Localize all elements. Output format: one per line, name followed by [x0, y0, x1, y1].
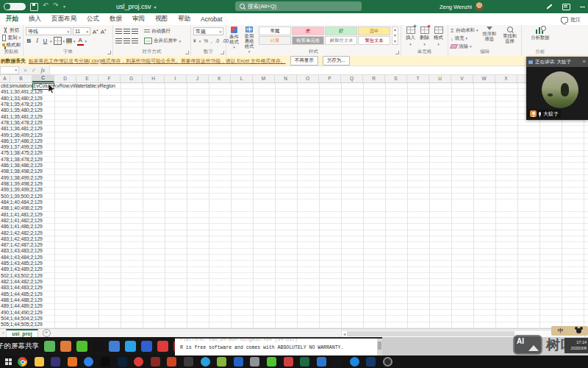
- underline-caret-icon[interactable]: ▾: [50, 39, 52, 43]
- sheet-grid[interactable]: ctid;simulationid;vColumn;vRow;vWatertab…: [0, 83, 588, 328]
- cut-button[interactable]: 剪切: [2, 26, 21, 34]
- column-header-M[interactable]: M: [253, 75, 275, 82]
- column-header-X[interactable]: X: [495, 75, 517, 82]
- taskbar-app-icon-17[interactable]: [284, 357, 293, 367]
- underline-button[interactable]: U: [42, 38, 49, 44]
- ribbon-tab-8[interactable]: 帮助: [178, 15, 190, 24]
- ribbon-tab-6[interactable]: 审阅: [132, 15, 145, 24]
- share-app-icon-7[interactable]: [141, 341, 152, 352]
- align-top-icon[interactable]: [115, 29, 122, 34]
- conditional-formatting-button[interactable]: 条件格式▾: [229, 26, 240, 50]
- fill-button[interactable]: ↓填充▾: [451, 35, 478, 42]
- cell-style-1[interactable]: 常规: [259, 26, 291, 35]
- ribbon-tab-3[interactable]: 页面布局: [51, 15, 76, 24]
- format-cells-button[interactable]: 格式▾: [431, 26, 445, 46]
- column-header-N[interactable]: N: [275, 75, 297, 82]
- cell-style-3[interactable]: 好: [325, 26, 357, 35]
- ribbon-tab-2[interactable]: 插入: [29, 15, 41, 24]
- grow-font-icon[interactable]: A▴: [92, 28, 98, 35]
- taskbar-app-icon-19[interactable]: [317, 357, 326, 367]
- taskbar-app-icon-1[interactable]: [18, 357, 27, 367]
- inking-icon[interactable]: [546, 4, 552, 9]
- cell-style-8[interactable]: 警告文本: [358, 36, 390, 45]
- percent-icon[interactable]: %: [204, 38, 208, 43]
- styles-dialog-launcher-icon[interactable]: [395, 51, 399, 54]
- font-color-icon[interactable]: A: [77, 37, 84, 46]
- taskbar-app-icon-18[interactable]: [300, 357, 309, 367]
- column-header-R[interactable]: R: [363, 75, 385, 82]
- shrink-font-icon[interactable]: A▾: [100, 28, 107, 35]
- align-center-icon[interactable]: [123, 38, 130, 43]
- column-header-B[interactable]: B: [10, 75, 32, 82]
- column-header-V[interactable]: V: [451, 75, 473, 82]
- column-header-G[interactable]: G: [121, 75, 143, 82]
- save-as-button[interactable]: 另存为...: [323, 56, 350, 66]
- dont-show-again-button[interactable]: 不再显示: [290, 56, 318, 66]
- ribbon-display-options-icon[interactable]: [562, 4, 570, 10]
- undo-icon[interactable]: ↶: [43, 1, 49, 9]
- format-painter-button[interactable]: 格式刷: [2, 41, 21, 49]
- ribbon-tab-7[interactable]: 视图: [155, 15, 168, 24]
- fill-color-icon[interactable]: [66, 38, 72, 44]
- italic-button[interactable]: I: [34, 38, 40, 44]
- font-size-select[interactable]: 11▾: [73, 27, 90, 35]
- wrap-text-button[interactable]: 自动换行: [151, 28, 171, 35]
- ribbon-tab-5[interactable]: 数据: [110, 15, 122, 24]
- column-header-D[interactable]: D: [54, 75, 76, 82]
- floating-toolbar[interactable]: 中: [551, 326, 588, 336]
- redo-icon[interactable]: ↷: [53, 1, 59, 9]
- participant-video[interactable]: 大蚊子: [526, 67, 588, 120]
- share-app-icon-3[interactable]: [76, 341, 87, 352]
- new-sheet-icon[interactable]: +: [43, 329, 51, 337]
- enter-icon[interactable]: ✓: [32, 67, 37, 74]
- column-header-H[interactable]: H: [143, 75, 165, 82]
- taskbar-app-icon-10[interactable]: [167, 357, 176, 367]
- save-icon[interactable]: [30, 3, 38, 11]
- ribbon-tab-1[interactable]: 开始: [6, 15, 18, 24]
- copy-button[interactable]: 复制▾: [2, 34, 21, 41]
- cell-style-2[interactable]: 差: [292, 26, 324, 35]
- scroll-left-icon[interactable]: ◂: [343, 331, 345, 336]
- name-box[interactable]: ▾: [0, 66, 19, 74]
- borders-icon[interactable]: [54, 37, 62, 45]
- bold-button[interactable]: B: [26, 38, 32, 44]
- gallery-scroll[interactable]: ▲▼▼: [392, 26, 398, 45]
- taskbar-app-icon-5[interactable]: [84, 357, 93, 367]
- taskbar-app-icon-6[interactable]: [101, 357, 110, 367]
- taskbar-app-icon-4[interactable]: [68, 357, 77, 367]
- column-header-T[interactable]: T: [407, 75, 429, 82]
- merge-center-button[interactable]: 合并后居中: [154, 38, 178, 45]
- sheet-nav-left-icon[interactable]: ‹: [2, 330, 4, 336]
- comma-icon[interactable]: ,: [211, 38, 212, 43]
- taskbar-app-icon-2[interactable]: [35, 357, 44, 367]
- sort-filter-button[interactable]: 排序和筛选: [480, 26, 498, 50]
- taskbar-app-icon-23[interactable]: [383, 357, 392, 367]
- scrollbar-thumb[interactable]: [347, 331, 514, 336]
- taskbar-app-icon-8[interactable]: [134, 357, 143, 367]
- delete-cells-button[interactable]: 删除▾: [417, 26, 431, 46]
- taskbar-app-icon-20[interactable]: [333, 357, 343, 367]
- column-header-U[interactable]: U: [429, 75, 451, 82]
- accounting-format-icon[interactable]: ¥: [193, 38, 196, 43]
- column-header-L[interactable]: L: [231, 75, 253, 82]
- analyze-data-button[interactable]: 分析数据: [524, 26, 556, 40]
- column-header-J[interactable]: J: [187, 75, 209, 82]
- share-app-icon-8[interactable]: [157, 341, 168, 352]
- quick-access-caret-icon[interactable]: ▾: [63, 4, 65, 9]
- warning-message-link[interactable]: 如果将此工作簿以逗号分隔(.csv)格式保存，则某些功能可能会丢失。若要保留这些…: [29, 57, 286, 65]
- taskbar-app-icon-3[interactable]: [51, 357, 60, 367]
- column-header-F[interactable]: F: [98, 75, 121, 82]
- taskbar-app-icon-9[interactable]: [151, 357, 160, 367]
- column-header-S[interactable]: S: [385, 75, 407, 82]
- font-name-select[interactable]: 等线▾: [26, 27, 71, 35]
- search-input[interactable]: 搜索(Alt+Q): [235, 1, 362, 11]
- align-right-icon[interactable]: [132, 38, 138, 43]
- find-select-button[interactable]: 查找和选择: [501, 26, 519, 50]
- column-header-P[interactable]: P: [319, 75, 341, 82]
- number-format-select[interactable]: 常规▾: [193, 27, 223, 35]
- cell-style-7[interactable]: 解释性文本: [325, 36, 357, 45]
- column-header-C[interactable]: C: [32, 75, 54, 82]
- taskbar-app-icon-12[interactable]: [201, 357, 210, 367]
- title-caret-icon[interactable]: ▾: [154, 5, 157, 10]
- number-dialog-launcher-icon[interactable]: [220, 51, 224, 54]
